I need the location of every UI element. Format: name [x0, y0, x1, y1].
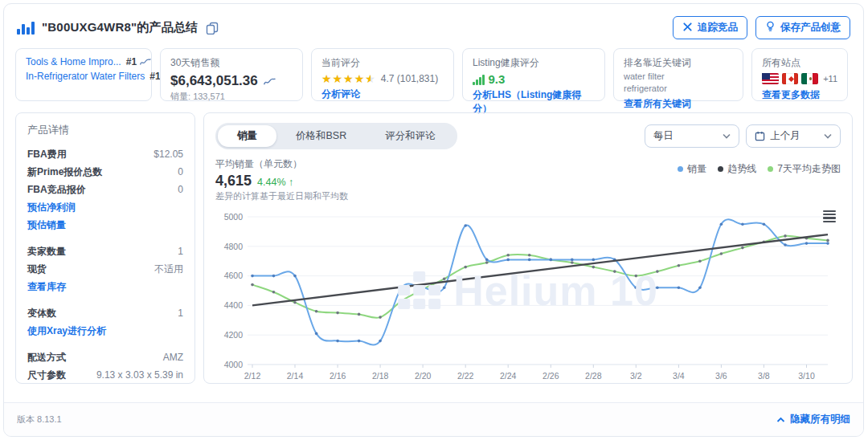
hide-details-link[interactable]: 隐藏所有明细 — [776, 413, 850, 426]
legend-label: 趋势线 — [727, 162, 756, 176]
lightbulb-icon — [765, 21, 776, 35]
detail-row-fba-offers: FBA竞品报价0 — [27, 181, 183, 198]
chart-menu-icon[interactable] — [821, 209, 837, 224]
view-inventory-link[interactable]: 查看库存 — [27, 278, 183, 295]
main-area: 产品详情 FBA费用$12.05 新Prime报价总数0 FBA竞品报价0 预估… — [4, 101, 863, 384]
svg-text:3/6: 3/6 — [715, 371, 727, 381]
date-range-value: 上个月 — [770, 129, 819, 143]
legend-dot-green — [768, 166, 773, 172]
sales-30d-value: $6,643,051.36 — [170, 73, 258, 89]
legend-item-7day-avg[interactable]: 7天平均走势图 — [768, 162, 841, 176]
tab-sales[interactable]: 销量 — [218, 125, 276, 147]
product-details-panel: 产品详情 FBA费用$12.05 新Prime报价总数0 FBA竞品报价0 预估… — [15, 112, 195, 384]
detail-row-fba-fee: FBA费用$12.05 — [27, 145, 183, 163]
legend-label: 销量 — [687, 162, 706, 176]
granularity-select[interactable]: 每日 — [645, 124, 739, 148]
svg-text:3/10: 3/10 — [798, 371, 815, 381]
version-label: 版本 — [17, 414, 35, 424]
view-all-keywords-link[interactable]: 查看所有关键词 — [624, 98, 691, 109]
view-more-data-link[interactable]: 查看更多数据 — [762, 89, 820, 100]
estimate-sales-link[interactable]: 预估销量 — [27, 216, 183, 234]
svg-text:2/12: 2/12 — [244, 371, 261, 381]
chevron-up-icon — [776, 414, 785, 426]
star-rating-icon: ★★★★★★★★★★ — [321, 73, 376, 84]
chart-canvas: 4000420044004600480050002/122/142/162/18… — [215, 207, 841, 393]
copy-asin-icon[interactable] — [206, 22, 219, 35]
detail-row-prime-offers: 新Prime报价总数0 — [27, 163, 183, 181]
footer: 版本 8.13.1 隐藏所有明细 — [4, 402, 863, 436]
up-arrow-icon: ↑ — [289, 177, 293, 188]
units-value: 133,571 — [193, 92, 225, 101]
date-range-select[interactable]: 上个月 — [746, 124, 841, 148]
chart-line-icon[interactable] — [263, 76, 276, 87]
svg-text:3/8: 3/8 — [758, 371, 770, 381]
svg-text:4400: 4400 — [224, 300, 244, 310]
more-marketplaces-count: +11 — [823, 74, 837, 84]
rating-count: (101,831) — [397, 73, 438, 84]
chevron-down-icon — [723, 133, 731, 139]
svg-text:2/24: 2/24 — [500, 371, 517, 381]
keywords-card: 排名靠近关键词 water filter refrigerator 查看所有关键… — [613, 48, 743, 101]
chart-tabs: 销量 价格和BSR 评分和评论 — [215, 123, 457, 149]
chart-panel: 销量 价格和BSR 评分和评论 每日 上个月 — [203, 112, 853, 384]
keywords-label: 排名靠近关键词 — [624, 56, 733, 70]
lhs-label: Listing健康评分 — [473, 56, 595, 70]
chevron-down-icon — [824, 133, 832, 139]
category-link[interactable]: Tools & Home Impro... — [26, 56, 121, 67]
svg-text:2/22: 2/22 — [457, 371, 474, 381]
svg-text:2/14: 2/14 — [287, 371, 304, 381]
signal-bars-icon — [473, 75, 485, 85]
track-competitor-button[interactable]: 追踪竞品 — [673, 16, 747, 39]
legend-item-trend[interactable]: 趋势线 — [718, 162, 756, 176]
legend-item-sales[interactable]: 销量 — [678, 162, 706, 176]
sales-chart: Helium 10 4000420044004600480050002/122/… — [215, 207, 841, 397]
keyword-1: water filter — [624, 71, 733, 83]
units-label: 销量: — [170, 92, 190, 101]
svg-text:4200: 4200 — [224, 330, 244, 340]
category-rank: #1 — [126, 56, 137, 67]
svg-text:3/2: 3/2 — [630, 371, 642, 381]
analyze-with-xray-link[interactable]: 使用Xray进行分析 — [27, 322, 183, 340]
average-sales-label: 平均销量（单元数） — [215, 157, 348, 171]
legend-label: 7天平均走势图 — [777, 162, 841, 176]
details-title: 产品详情 — [27, 123, 183, 137]
header: "B00UXG4WR8"的产品总结 追踪竞品 保存产品创意 — [4, 4, 863, 48]
mexico-flag-icon — [801, 73, 818, 84]
svg-text:3/4: 3/4 — [673, 371, 685, 381]
save-product-idea-button[interactable]: 保存产品创意 — [755, 16, 850, 39]
subcategory-rank: #1 — [149, 71, 160, 82]
lhs-card: Listing健康评分 9.3 分析LHS（Listing健康得分） — [462, 48, 605, 101]
svg-text:4600: 4600 — [224, 271, 244, 280]
svg-text:5000: 5000 — [224, 212, 244, 222]
rating-label: 当前评分 — [321, 56, 444, 70]
svg-text:4000: 4000 — [224, 360, 244, 369]
detail-row-sellers: 卖家数量1 — [27, 242, 183, 260]
keyword-2: refrigerator — [624, 83, 733, 95]
svg-text:2/16: 2/16 — [330, 371, 346, 381]
tab-price-bsr[interactable]: 价格和BSR — [276, 125, 366, 147]
average-sales-block: 平均销量（单元数） 4,615 4.44% ↑ 差异的计算基于最近日期和平均数 — [215, 157, 348, 202]
legend-dot-dark — [718, 166, 723, 172]
lhs-value: 9.3 — [489, 73, 506, 85]
marketplaces-card: 所有站点 +11 查看更多数据 — [751, 48, 848, 101]
subcategory-link[interactable]: In-Refrigerator Water Filters — [26, 71, 145, 82]
rating-value: 4.7 — [381, 73, 395, 84]
analyze-lhs-link[interactable]: 分析LHS（Listing健康得分） — [473, 89, 581, 114]
product-summary-card: "B00UXG4WR8"的产品总结 追踪竞品 保存产品创意 Tools & Ho… — [3, 3, 864, 437]
sales-30d-card: 30天销售额 $6,643,051.36 销量: 133,571 — [160, 48, 303, 101]
sales-30d-label: 30天销售额 — [170, 56, 293, 70]
stars-fill: ★★★★★ — [321, 73, 371, 84]
analyze-reviews-link[interactable]: 分析评论 — [321, 88, 360, 100]
track-competitor-label: 追踪竞品 — [698, 21, 738, 35]
tab-ratings-reviews[interactable]: 评分和评论 — [366, 125, 455, 147]
detail-row-dimensions: 尺寸参数9.13 x 3.03 x 5.39 in — [27, 366, 183, 384]
chart-line-icon[interactable] — [139, 57, 152, 67]
detail-row-stock: 现货不适用 — [27, 260, 183, 278]
legend-dot-blue — [678, 166, 683, 172]
hide-details-label: 隐藏所有明细 — [790, 413, 850, 426]
version-value: 8.13.1 — [37, 414, 62, 424]
estimate-profit-link[interactable]: 预估净利润 — [27, 198, 183, 216]
average-sales-value: 4,615 — [215, 173, 252, 189]
canada-flag-icon — [782, 73, 799, 84]
svg-text:2/26: 2/26 — [542, 371, 559, 381]
